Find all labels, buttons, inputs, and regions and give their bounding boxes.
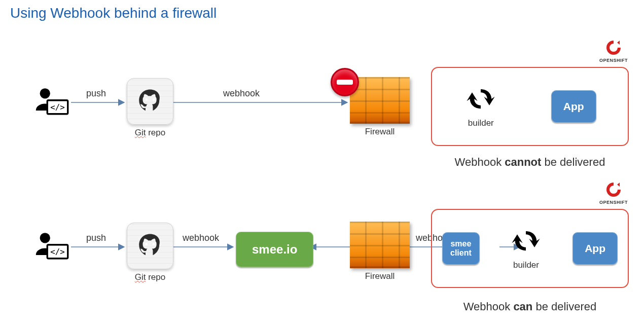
caption-cannot: Webhook cannot be delivered bbox=[431, 156, 629, 169]
arrow-push-label-bottom: push bbox=[86, 233, 106, 243]
smee-client-l2: client bbox=[450, 248, 472, 257]
svg-text:</>: </> bbox=[50, 247, 64, 257]
openshift-text: OPENSHIFT bbox=[599, 200, 628, 205]
svg-marker-11 bbox=[617, 183, 620, 187]
caption-can-pre: Webhook bbox=[463, 300, 514, 313]
firewall-node-bottom: Firewall bbox=[350, 222, 410, 281]
diagram-smee: push webhook webhook </> bbox=[10, 181, 634, 315]
git-repo-suffix: repo bbox=[146, 272, 165, 282]
app-box-top: App bbox=[551, 90, 596, 122]
caption-cannot-strong: cannot bbox=[505, 156, 541, 168]
git-underline: Git bbox=[135, 128, 146, 137]
developer-node-top: </> bbox=[30, 87, 71, 118]
openshift-logo-top: OPENSHIFT bbox=[599, 39, 628, 63]
page-title: Using Webhook behind a firewall bbox=[10, 5, 634, 21]
caption-cannot-pre: Webhook bbox=[455, 156, 505, 168]
svg-point-4 bbox=[153, 98, 155, 101]
smee-service-box: smee.io bbox=[236, 232, 313, 267]
svg-text:</>: </> bbox=[50, 102, 64, 112]
caption-can: Webhook can be delivered bbox=[431, 300, 629, 313]
developer-node-bottom: </> bbox=[30, 232, 71, 262]
firewall-node-top: Firewall bbox=[350, 77, 410, 137]
svg-point-3 bbox=[145, 98, 148, 101]
smee-client-box: smee client bbox=[442, 232, 480, 264]
svg-point-10 bbox=[153, 243, 155, 245]
openshift-cluster-top: OPENSHIFT builder App bbox=[431, 67, 629, 146]
openshift-text: OPENSHIFT bbox=[599, 58, 628, 63]
builder-label-top: builder bbox=[463, 118, 498, 128]
caption-can-post: be delivered bbox=[532, 300, 596, 313]
arrow-webhook-label-top: webhook bbox=[223, 88, 260, 98]
no-entry-icon bbox=[331, 68, 359, 96]
git-repo-node-bottom: Git repo bbox=[127, 223, 173, 282]
caption-cannot-post: be delivered bbox=[541, 156, 605, 168]
caption-can-strong: can bbox=[513, 300, 532, 313]
git-underline: Git bbox=[135, 272, 146, 282]
developer-icon: </> bbox=[30, 87, 71, 118]
git-repo-label-bottom: Git repo bbox=[127, 272, 173, 282]
firewall-icon bbox=[350, 222, 410, 268]
diagram-blocked: push webhook </> Git repo bbox=[10, 37, 634, 171]
github-icon bbox=[127, 78, 173, 125]
git-repo-node-top: Git repo bbox=[127, 78, 173, 138]
openshift-logo-bottom: OPENSHIFT bbox=[599, 181, 628, 205]
git-repo-suffix: repo bbox=[146, 128, 165, 137]
developer-icon: </> bbox=[30, 232, 71, 262]
svg-point-0 bbox=[40, 88, 50, 98]
firewall-label-top: Firewall bbox=[350, 127, 410, 137]
svg-point-6 bbox=[40, 233, 50, 243]
git-repo-label-top: Git repo bbox=[127, 128, 173, 138]
svg-marker-5 bbox=[617, 41, 620, 45]
arrow-push-label-top: push bbox=[86, 88, 106, 98]
arrow-webhook-to-smee-label: webhook bbox=[182, 233, 220, 243]
github-icon bbox=[127, 223, 173, 269]
builder-label-bottom: builder bbox=[509, 260, 543, 270]
builder-node-top: builder bbox=[463, 85, 498, 128]
builder-node-bottom: builder bbox=[509, 227, 543, 270]
smee-client-l1: smee bbox=[450, 239, 471, 248]
smee-service-node: smee.io bbox=[236, 232, 313, 267]
firewall-label-bottom: Firewall bbox=[350, 271, 410, 281]
firewall-icon bbox=[350, 77, 410, 124]
app-box-bottom: App bbox=[573, 232, 618, 264]
svg-point-9 bbox=[145, 243, 148, 245]
openshift-cluster-bottom: OPENSHIFT smee client builder App bbox=[431, 209, 629, 288]
